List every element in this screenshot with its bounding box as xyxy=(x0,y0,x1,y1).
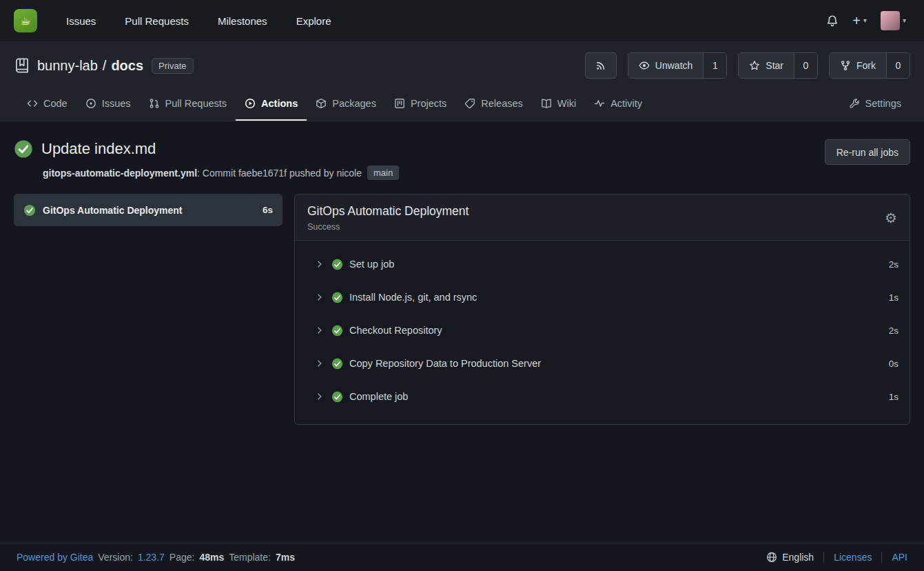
success-check-icon xyxy=(331,358,343,370)
language-label: English xyxy=(782,552,814,563)
success-check-icon xyxy=(23,204,36,217)
tab-settings-label: Settings xyxy=(865,98,901,109)
job-steps-list: Set up job 2s Install Node.js, git, and … xyxy=(295,241,910,424)
tab-wiki-label: Wiki xyxy=(557,98,576,109)
step-row[interactable]: Install Node.js, git, and rsync 1s xyxy=(295,281,910,314)
chevron-right-icon[interactable] xyxy=(314,292,325,303)
forks-count[interactable]: 0 xyxy=(886,53,910,78)
step-duration: 2s xyxy=(889,259,899,270)
tab-projects-label: Projects xyxy=(411,98,446,109)
branch-badge[interactable]: main xyxy=(367,166,399,180)
step-duration: 0s xyxy=(889,359,899,369)
repo-title-row: bunny-lab / docs Private Unwatch 1 xyxy=(14,52,910,87)
api-link[interactable]: API xyxy=(882,552,907,563)
footer-left: Powered by Gitea Version: 1.23.7 Page: 4… xyxy=(17,552,295,563)
tab-packages-label: Packages xyxy=(332,98,376,109)
play-circle-icon xyxy=(245,98,256,109)
step-name: Checkout Repository xyxy=(349,325,442,336)
avatar xyxy=(881,11,900,30)
job-name: GitOps Automatic Deployment xyxy=(43,205,256,216)
rerun-all-jobs-button[interactable]: Re-run all jobs xyxy=(825,139,910,165)
nav-pull-requests-link[interactable]: Pull Requests xyxy=(125,15,189,27)
wrench-icon xyxy=(849,98,860,109)
star-button[interactable]: Star xyxy=(739,53,794,78)
job-options-button[interactable]: ⚙ xyxy=(885,210,897,226)
user-menu-button[interactable]: ▾ xyxy=(881,11,906,30)
tab-code[interactable]: Code xyxy=(18,87,76,121)
fork-icon xyxy=(840,60,851,71)
step-row[interactable]: Copy Repository Data to Production Serve… xyxy=(295,347,910,380)
version-label: Version: xyxy=(98,552,133,563)
pull-request-icon xyxy=(149,98,160,109)
job-panel-title: GitOps Automatic Deployment xyxy=(307,204,469,219)
tab-packages[interactable]: Packages xyxy=(307,87,385,121)
star-button-group: Star 0 xyxy=(738,52,818,79)
job-status: Success xyxy=(307,222,469,232)
step-row[interactable]: Checkout Repository 2s xyxy=(295,314,910,347)
tab-pull-requests[interactable]: Pull Requests xyxy=(140,87,236,121)
job-panel-header: GitOps Automatic Deployment Success ⚙ xyxy=(295,194,910,241)
step-row[interactable]: Complete job 1s xyxy=(295,380,910,413)
bell-icon xyxy=(826,14,839,27)
job-duration: 6s xyxy=(263,205,273,215)
repo-name-link[interactable]: docs xyxy=(111,58,143,74)
job-list-item[interactable]: GitOps Automatic Deployment 6s xyxy=(14,194,283,226)
issue-circle-dot-icon xyxy=(85,98,96,109)
repo-header: bunny-lab / docs Private Unwatch 1 xyxy=(0,41,924,121)
rss-icon xyxy=(595,60,606,71)
tab-settings[interactable]: Settings xyxy=(840,87,910,121)
private-badge: Private xyxy=(152,58,193,74)
repo-tabs: Code Issues Pull Requests Actions Packag… xyxy=(18,87,910,121)
run-body: GitOps Automatic Deployment 6s GitOps Au… xyxy=(14,194,910,425)
tab-activity[interactable]: Activity xyxy=(585,87,651,121)
step-name: Copy Repository Data to Production Serve… xyxy=(349,358,541,369)
step-duration: 1s xyxy=(889,292,899,303)
notifications-button[interactable] xyxy=(826,14,839,27)
watchers-count[interactable]: 1 xyxy=(703,53,726,78)
unwatch-button[interactable]: Unwatch xyxy=(628,53,703,78)
powered-by-link[interactable]: Powered by Gitea xyxy=(17,552,93,563)
stars-count[interactable]: 0 xyxy=(794,53,817,78)
repo-owner-link[interactable]: bunny-lab xyxy=(37,58,98,74)
plus-icon: + xyxy=(852,14,861,28)
success-check-icon xyxy=(331,325,343,337)
nav-issues-link[interactable]: Issues xyxy=(66,15,96,27)
repo-separator: / xyxy=(103,58,107,74)
gitea-logo[interactable]: ☕ xyxy=(14,9,37,32)
workflow-file-link[interactable]: gitops-automatic-deployment.yml xyxy=(43,168,197,179)
step-row[interactable]: Set up job 2s xyxy=(295,248,910,281)
licenses-link[interactable]: Licenses xyxy=(824,552,881,563)
tab-actions[interactable]: Actions xyxy=(236,87,307,121)
code-icon xyxy=(27,98,38,109)
tab-issues-label: Issues xyxy=(102,98,131,109)
create-new-button[interactable]: + ▾ xyxy=(852,14,867,28)
template-time-value: 7ms xyxy=(276,552,295,563)
fork-button[interactable]: Fork xyxy=(830,53,886,78)
page-time-value: 48ms xyxy=(199,552,224,563)
version-link[interactable]: 1.23.7 xyxy=(138,552,165,563)
language-selector[interactable]: English xyxy=(766,552,823,563)
rss-button[interactable] xyxy=(585,52,617,79)
gitea-cup-icon: ☕ xyxy=(20,15,30,27)
tab-releases[interactable]: Releases xyxy=(455,87,531,121)
tab-projects[interactable]: Projects xyxy=(385,87,455,121)
chevron-right-icon[interactable] xyxy=(314,259,325,270)
tab-wiki[interactable]: Wiki xyxy=(532,87,585,121)
chevron-right-icon[interactable] xyxy=(314,358,325,369)
project-board-icon xyxy=(394,98,405,109)
tab-issues[interactable]: Issues xyxy=(76,87,140,121)
nav-explore-link[interactable]: Explore xyxy=(296,15,331,27)
step-name: Install Node.js, git, and rsync xyxy=(349,292,477,303)
star-label: Star xyxy=(766,60,783,71)
job-panel-header-text: GitOps Automatic Deployment Success xyxy=(307,204,469,232)
chevron-right-icon[interactable] xyxy=(314,325,325,336)
step-name: Set up job xyxy=(349,259,394,270)
tab-code-label: Code xyxy=(43,98,68,109)
run-title: Update index.md xyxy=(41,140,156,158)
chevron-right-icon[interactable] xyxy=(314,391,325,402)
success-check-icon xyxy=(14,139,33,159)
tab-actions-label: Actions xyxy=(261,98,298,109)
nav-milestones-link[interactable]: Milestones xyxy=(218,15,267,27)
actions-run-page: Update index.md gitops-automatic-deploym… xyxy=(0,121,924,543)
package-icon xyxy=(316,98,327,109)
